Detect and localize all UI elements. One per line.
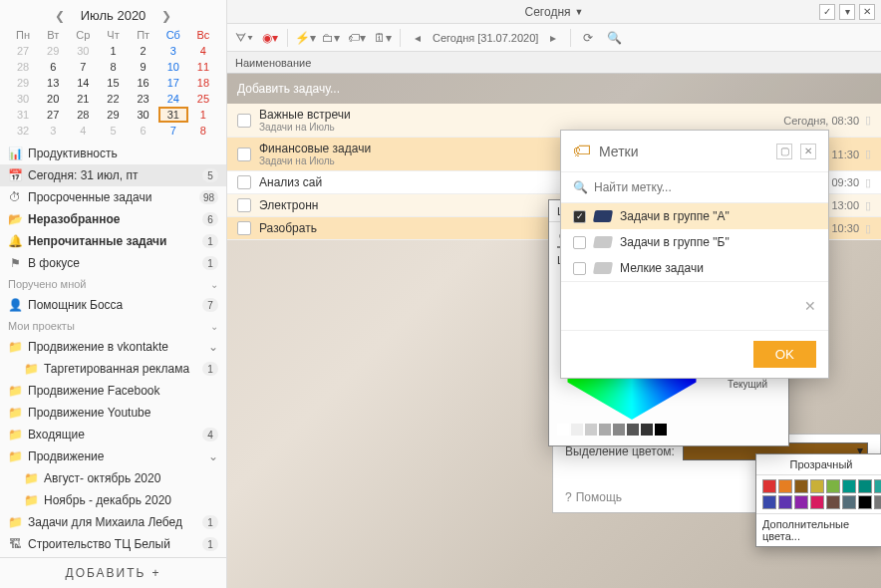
cal-day[interactable]: 22 <box>98 91 128 107</box>
nav-item[interactable]: 📅Сегодня: 31 июл, пт5 <box>0 164 226 186</box>
nav-item[interactable]: 📁Продвижение в vkontakte⌄ <box>0 336 226 358</box>
cal-day[interactable]: 4 <box>188 43 218 59</box>
folder-icon[interactable]: 🗀▾ <box>320 28 342 48</box>
nav-item[interactable]: 📁Продвижение Facebook <box>0 380 226 402</box>
search-icon[interactable]: 🔍 <box>603 28 625 48</box>
palette-swatch[interactable] <box>810 479 824 493</box>
nav-item[interactable]: 🏗Строительство ТЦ Белый1 <box>0 533 226 555</box>
cal-day[interactable]: 6 <box>38 59 68 75</box>
today-nav-next[interactable]: ▸ <box>542 28 564 48</box>
add-button[interactable]: ДОБАВИТЬ+ <box>0 557 226 588</box>
palette-swatch[interactable] <box>778 495 792 509</box>
cal-day[interactable]: 1 <box>188 107 218 123</box>
cal-day[interactable]: 24 <box>158 91 188 107</box>
palette-swatch[interactable] <box>762 479 776 493</box>
cal-day[interactable]: 2 <box>129 43 158 59</box>
label-row[interactable]: Задачи в группе "Б" <box>561 229 828 255</box>
cal-day[interactable]: 30 <box>129 107 158 123</box>
palette-swatch[interactable] <box>874 495 881 509</box>
transparent-option[interactable]: Прозрачный <box>756 454 881 475</box>
close-icon[interactable]: ✕ <box>859 4 875 20</box>
bolt-icon[interactable]: ⚡▾ <box>294 28 316 48</box>
ok-button[interactable]: OK <box>753 341 816 368</box>
palette-swatch[interactable] <box>794 479 808 493</box>
cal-day[interactable]: 20 <box>38 91 68 107</box>
cal-day[interactable]: 8 <box>98 59 128 75</box>
checkbox[interactable] <box>237 175 251 189</box>
flag-icon[interactable]: ▯ <box>865 114 871 127</box>
nav-item[interactable]: 📁Ноябрь - декабрь 2020 <box>0 489 226 511</box>
cal-day[interactable]: 3 <box>158 43 188 59</box>
cal-day[interactable]: 7 <box>68 59 98 75</box>
caret-down-icon[interactable]: ▼ <box>575 7 584 17</box>
palette-swatch[interactable] <box>858 495 872 509</box>
cal-day[interactable]: 8 <box>188 123 218 139</box>
palette-swatch[interactable] <box>874 479 881 493</box>
checkbox[interactable] <box>237 147 251 161</box>
palette-swatch[interactable] <box>794 495 808 509</box>
add-task-input[interactable]: Добавить задачу... <box>227 74 881 104</box>
nav-item[interactable]: 📁Задачи для Михаила Лебед1 <box>0 511 226 533</box>
calendar-icon[interactable]: 🗓▾ <box>372 28 394 48</box>
label-row[interactable]: ✓Задачи в группе "А" <box>561 203 828 229</box>
cal-day[interactable]: 18 <box>188 75 218 91</box>
grayscale-row[interactable] <box>557 424 707 436</box>
nav-item[interactable]: 📊Продуктивность <box>0 143 226 164</box>
cal-day[interactable]: 31 <box>8 107 38 123</box>
flag-icon[interactable]: ▯ <box>865 199 871 212</box>
cal-day[interactable]: 21 <box>68 91 98 107</box>
tag-icon[interactable]: 🏷▾ <box>346 28 368 48</box>
user-icon[interactable]: ◉▾ <box>259 28 281 48</box>
today-button[interactable]: Сегодня [31.07.2020] <box>433 32 538 44</box>
cal-day[interactable]: 27 <box>38 107 68 123</box>
flag-icon[interactable]: ▯ <box>865 176 871 189</box>
cal-day[interactable]: 30 <box>8 91 38 107</box>
palette-swatch[interactable] <box>778 479 792 493</box>
view-title[interactable]: Сегодня <box>525 5 571 19</box>
cal-day[interactable]: 7 <box>158 123 188 139</box>
palette-swatch[interactable] <box>858 479 872 493</box>
close-icon[interactable]: ✕ <box>800 144 816 159</box>
check-icon[interactable]: ✓ <box>819 4 835 20</box>
today-nav-prev[interactable]: ◂ <box>407 28 429 48</box>
cal-next-icon[interactable]: ❯ <box>153 9 179 23</box>
cal-day[interactable]: 28 <box>8 59 38 75</box>
maximize-icon[interactable]: ▢ <box>776 144 792 159</box>
nav-item[interactable]: 📁Продвижение⌄ <box>0 445 226 467</box>
cal-day[interactable]: 32 <box>8 123 38 139</box>
nav-item[interactable]: 👤Помощник Босса7 <box>0 294 226 316</box>
nav-item[interactable]: ⏱Просроченные задачи98 <box>0 186 226 208</box>
cal-day[interactable]: 1 <box>98 43 128 59</box>
palette-swatch[interactable] <box>810 495 824 509</box>
checkbox[interactable] <box>573 236 586 249</box>
label-search-input[interactable] <box>594 180 816 194</box>
checkbox[interactable] <box>237 114 251 128</box>
checkbox[interactable] <box>237 221 251 235</box>
flag-icon[interactable]: ▯ <box>865 222 871 235</box>
cal-day[interactable]: 6 <box>129 123 158 139</box>
nav-item[interactable]: 📁Август- октябрь 2020 <box>0 467 226 489</box>
palette-swatch[interactable] <box>826 495 840 509</box>
cal-prev-icon[interactable]: ❮ <box>47 9 73 23</box>
cal-day[interactable]: 30 <box>68 43 98 59</box>
checkbox[interactable] <box>573 262 586 275</box>
cal-day[interactable]: 13 <box>38 75 68 91</box>
cal-day[interactable]: 23 <box>129 91 158 107</box>
checkbox[interactable] <box>237 198 251 212</box>
palette-swatch[interactable] <box>762 495 776 509</box>
nav-item[interactable]: 📁Таргетированная реклама1 <box>0 358 226 380</box>
cal-day[interactable]: 29 <box>98 107 128 123</box>
palette-swatch[interactable] <box>842 479 856 493</box>
cal-day[interactable]: 27 <box>8 43 38 59</box>
palette-swatch[interactable] <box>842 495 856 509</box>
label-row[interactable]: Мелкие задачи <box>561 255 828 281</box>
nav-item[interactable]: 📁Входящие4 <box>0 424 226 445</box>
cal-day[interactable]: 29 <box>38 43 68 59</box>
refresh-icon[interactable]: ⟳ <box>577 28 599 48</box>
flag-icon[interactable]: ▯ <box>865 147 871 160</box>
checkbox[interactable]: ✓ <box>573 210 586 223</box>
nav-item[interactable]: 🔔Непрочитанные задачи1 <box>0 230 226 252</box>
cal-day[interactable]: 3 <box>38 123 68 139</box>
cal-day[interactable]: 17 <box>158 75 188 91</box>
cal-day[interactable]: 9 <box>129 59 158 75</box>
